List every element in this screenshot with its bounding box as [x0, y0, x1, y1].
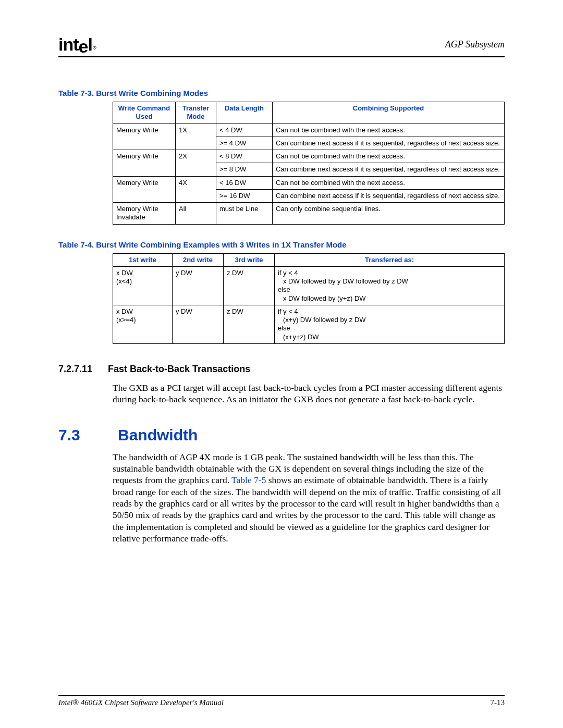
footer-rule	[58, 695, 505, 696]
table-row: Memory Write Invalidate All must be Line…	[113, 203, 505, 225]
section-number: 7.3	[58, 426, 84, 444]
cell: Can not be combined with the next access…	[273, 124, 505, 137]
subsection-number: 7.2.7.11	[58, 364, 92, 375]
cell: Can not be combined with the next access…	[273, 176, 505, 189]
paragraph: The GXB as a PCI target will accept fast…	[113, 382, 506, 405]
text: else	[278, 324, 290, 332]
cell: Can combine next access if it is sequent…	[273, 163, 505, 176]
table-row: Memory Write 1X < 4 DW Can not be combin…	[113, 124, 505, 137]
section-heading: 7.3 Bandwidth	[58, 426, 505, 444]
cell: < 4 DW	[216, 124, 273, 137]
cell: x DW (x<4)	[113, 266, 173, 305]
table-header-row: 1st write 2nd write 3rd write Transferre…	[113, 253, 505, 266]
col-header: Write Command Used	[113, 102, 176, 124]
col-header: 1st write	[113, 253, 173, 266]
text: if y < 4	[278, 307, 298, 315]
cell: if y < 4 (x+y) DW followed by z DW else …	[275, 305, 505, 343]
cell: z DW	[224, 266, 275, 305]
page-header: intel® AGP Subsystem	[58, 34, 505, 55]
footer-page-number: 7-13	[491, 698, 505, 707]
cell: 4X	[176, 176, 216, 203]
cell: Can only combine sequential lines.	[273, 203, 505, 225]
col-header: 3rd write	[224, 253, 275, 266]
paragraph: The bandwidth of AGP 4X mode is 1 GB pea…	[113, 451, 506, 545]
cell: All	[176, 203, 216, 225]
text: (x>=4)	[116, 316, 136, 324]
cell: if y < 4 x DW followed by y DW followed …	[275, 266, 505, 305]
table-reference-link[interactable]: Table 7-5	[231, 475, 266, 485]
col-header: Transferred as:	[275, 253, 505, 266]
cell: 2X	[176, 150, 216, 177]
table-7-4: 1st write 2nd write 3rd write Transferre…	[113, 253, 505, 344]
page-footer: Intel® 460GX Chipset Software Developer'…	[58, 695, 505, 707]
text: else	[278, 286, 290, 293]
text: x DW	[116, 269, 133, 277]
cell: >= 4 DW	[216, 137, 273, 150]
cell: y DW	[173, 266, 224, 305]
cell: < 16 DW	[216, 176, 273, 189]
col-header: Combining Supported	[273, 102, 505, 124]
table-row: Memory Write 2X < 8 DW Can not be combin…	[113, 150, 505, 163]
col-header: Transfer Mode	[176, 102, 216, 124]
cell: >= 8 DW	[216, 163, 273, 176]
cell: Can combine next access if it is sequent…	[273, 137, 505, 150]
cell: < 8 DW	[216, 150, 273, 163]
cell: Memory Write	[113, 150, 176, 177]
cell: >= 16 DW	[216, 189, 273, 202]
section-title: Bandwidth	[118, 426, 198, 444]
page: intel® AGP Subsystem Table 7-3. Burst Wr…	[0, 0, 563, 728]
table-row: x DW (x>=4) y DW z DW if y < 4 (x+y) DW …	[113, 305, 505, 343]
text: (x<4)	[116, 277, 132, 285]
subsection-title: Fast Back-to-Back Transactions	[108, 364, 250, 375]
cell: must be Line	[216, 203, 273, 225]
cell: Can not be combined with the next access…	[273, 150, 505, 163]
table-7-4-caption: Table 7-4. Burst Write Combining Example…	[58, 240, 505, 249]
text: (x+y) DW followed by z DW	[278, 316, 501, 324]
cell: Can combine next access if it is sequent…	[273, 189, 505, 202]
cell: Memory Write Invalidate	[113, 203, 176, 225]
table-7-3-caption: Table 7-3. Burst Write Combining Modes	[58, 89, 505, 97]
table-header-row: Write Command Used Transfer Mode Data Le…	[113, 102, 505, 124]
text: if y < 4	[278, 269, 298, 277]
text: x DW followed by y DW followed by z DW	[278, 277, 501, 286]
cell: x DW (x>=4)	[113, 305, 173, 343]
col-header: Data Length	[216, 102, 273, 124]
text: x DW followed by (y+z) DW	[278, 294, 501, 303]
cell: Memory Write	[113, 176, 176, 203]
col-header: 2nd write	[173, 253, 224, 266]
text: (x+y+z) DW	[278, 333, 501, 341]
header-rule	[58, 56, 505, 57]
cell: z DW	[224, 305, 275, 343]
footer-manual-title: Intel® 460GX Chipset Software Developer'…	[58, 698, 224, 707]
table-7-3: Write Command Used Transfer Mode Data Le…	[113, 102, 505, 225]
table-row: Memory Write 4X < 16 DW Can not be combi…	[113, 176, 505, 189]
subsection-heading: 7.2.7.11 Fast Back-to-Back Transactions	[58, 364, 505, 375]
cell: 1X	[176, 124, 216, 150]
cell: y DW	[173, 305, 224, 343]
table-row: x DW (x<4) y DW z DW if y < 4 x DW follo…	[113, 266, 505, 305]
text: x DW	[116, 307, 133, 315]
intel-logo: intel®	[58, 34, 95, 55]
cell: Memory Write	[113, 124, 176, 150]
header-section-title: AGP Subsystem	[445, 39, 505, 50]
